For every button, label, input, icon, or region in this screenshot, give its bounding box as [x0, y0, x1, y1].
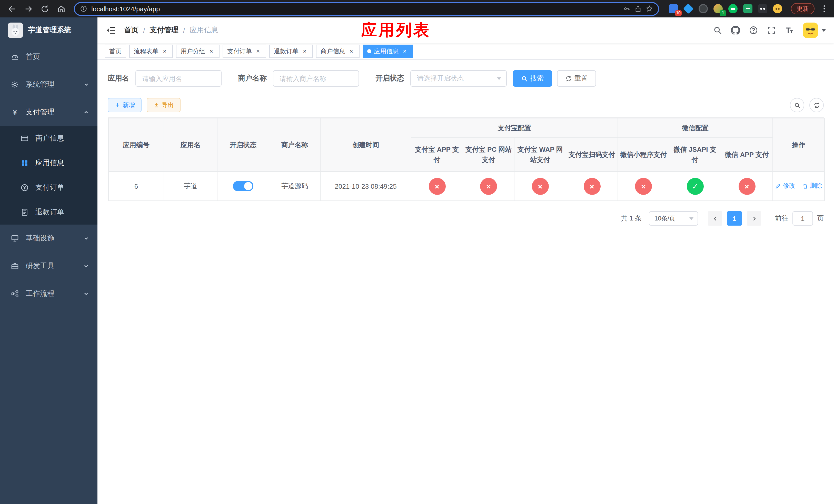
- pagination-total: 共 1 条: [621, 214, 642, 223]
- gear-icon: [10, 80, 20, 89]
- order-icon: [20, 183, 29, 192]
- enabled-toggle[interactable]: [233, 181, 254, 191]
- app-logo-row[interactable]: 芋道管理系统: [0, 18, 97, 43]
- browser-back-button[interactable]: [5, 2, 19, 15]
- sidebar-item-label: 工作流程: [26, 289, 54, 298]
- page-annotation: 应用列表: [361, 20, 431, 41]
- sidebar-item-refund-order[interactable]: 退款订单: [0, 200, 97, 225]
- page-size-value: 10条/页: [655, 214, 675, 223]
- github-icon[interactable]: [731, 26, 740, 35]
- tab-close-icon[interactable]: ×: [255, 48, 262, 55]
- config-status-icon: ×: [532, 178, 549, 194]
- tab-close-icon[interactable]: ×: [401, 48, 408, 55]
- sidebar-item-app-info[interactable]: 应用信息: [0, 151, 97, 175]
- page-number-1[interactable]: 1: [727, 211, 742, 226]
- toggle-search-button[interactable]: [790, 98, 804, 112]
- password-key-icon[interactable]: [623, 5, 630, 12]
- sidebar-item-pay-order[interactable]: 支付订单: [0, 175, 97, 200]
- delete-button[interactable]: 删除: [802, 182, 822, 190]
- tab-label: 商户信息: [321, 47, 345, 55]
- extension-icon-3[interactable]: [698, 4, 708, 14]
- header-search-icon[interactable]: [713, 26, 722, 35]
- sidebar-item-label: 商户信息: [36, 134, 64, 143]
- status-label: 开启状态: [375, 74, 404, 83]
- browser-forward-button[interactable]: [22, 2, 35, 15]
- address-bar[interactable]: localhost:1024/pay/app: [74, 2, 659, 16]
- sidebar-item-workflow[interactable]: 工作流程: [0, 280, 97, 307]
- cell-app-id: 6: [109, 171, 164, 201]
- col-header-app-name: 应用名: [164, 118, 217, 171]
- sidebar-item-infrastructure[interactable]: 基础设施: [0, 225, 97, 252]
- app-name-input[interactable]: [135, 70, 222, 87]
- search-icon: [794, 102, 800, 109]
- user-menu[interactable]: [803, 23, 826, 38]
- config-status-icon: ✓: [686, 178, 703, 194]
- breadcrumb-payment[interactable]: 支付管理: [150, 26, 178, 35]
- merchant-name-input[interactable]: [273, 70, 359, 87]
- page-size-select[interactable]: 10条/页: [649, 211, 698, 226]
- tab-user-group[interactable]: 用户分组 ×: [176, 45, 220, 58]
- payment-submenu: 商户信息 应用信息 支付订单: [0, 126, 97, 225]
- sidebar-item-label: 退款订单: [36, 208, 64, 217]
- table-row: 6 芋道 芋道源码 2021-10-23 08:49:25 × × × × ×: [109, 171, 825, 201]
- table-toolbar: 新增 导出: [108, 98, 824, 112]
- goto-page-input[interactable]: [792, 211, 813, 226]
- extension-icon-6[interactable]: [743, 4, 753, 14]
- col-group-wechat: 微信配置: [618, 118, 773, 138]
- search-button-label: 搜索: [530, 74, 544, 83]
- sidebar-item-home[interactable]: 首页: [0, 43, 97, 71]
- col-header-wx-app: 微信 APP 支付: [721, 138, 773, 171]
- browser-reload-button[interactable]: [38, 2, 51, 15]
- tab-process-form[interactable]: 流程表单 ×: [129, 45, 173, 58]
- extension-badge: 1: [720, 10, 726, 16]
- reset-button[interactable]: 重置: [557, 70, 596, 87]
- tab-app-info[interactable]: 应用信息 ×: [363, 45, 413, 58]
- search-button[interactable]: 搜索: [513, 70, 552, 87]
- breadcrumb-home[interactable]: 首页: [124, 26, 138, 35]
- site-info-icon[interactable]: [80, 5, 87, 12]
- sidebar-item-label: 基础设施: [26, 234, 54, 243]
- tab-close-icon[interactable]: ×: [161, 48, 168, 55]
- tab-close-icon[interactable]: ×: [208, 48, 215, 55]
- extension-icon-1[interactable]: 10: [668, 4, 679, 14]
- cell-create-time: 2021-10-23 08:49:25: [320, 171, 411, 201]
- tab-home[interactable]: 首页: [105, 45, 126, 58]
- refresh-table-button[interactable]: [809, 98, 824, 112]
- status-select[interactable]: 请选择开启状态: [410, 70, 507, 87]
- font-size-icon[interactable]: [785, 26, 794, 35]
- export-button[interactable]: 导出: [147, 98, 180, 112]
- tab-close-icon[interactable]: ×: [301, 48, 308, 55]
- tab-close-icon[interactable]: ×: [348, 48, 355, 55]
- extension-icon-7[interactable]: [758, 4, 768, 14]
- tab-pay-order[interactable]: 支付订单 ×: [223, 45, 266, 58]
- bookmark-star-icon[interactable]: [646, 5, 653, 12]
- next-page-button[interactable]: [747, 211, 761, 226]
- edit-button[interactable]: 修改: [775, 182, 795, 190]
- col-header-wx-jsapi: 微信 JSAPI 支付: [669, 138, 721, 171]
- extension-icon-8[interactable]: [772, 4, 783, 14]
- add-button[interactable]: 新增: [108, 98, 141, 112]
- tab-merchant-info[interactable]: 商户信息 ×: [316, 45, 359, 58]
- browser-update-button[interactable]: 更新: [791, 3, 814, 14]
- breadcrumb: 首页 / 支付管理 / 应用信息: [124, 26, 219, 35]
- sidebar-item-merchant-info[interactable]: 商户信息: [0, 126, 97, 151]
- sidebar-item-dev-tools[interactable]: 研发工具: [0, 252, 97, 280]
- config-status-icon: ×: [480, 178, 497, 194]
- prev-page-button[interactable]: [708, 211, 722, 226]
- share-icon[interactable]: [635, 5, 642, 12]
- sidebar-item-payment[interactable]: ¥ 支付管理: [0, 98, 97, 126]
- breadcrumb-separator: /: [183, 26, 185, 35]
- sidebar-item-system[interactable]: 系统管理: [0, 71, 97, 98]
- fullscreen-icon[interactable]: [767, 26, 776, 35]
- col-header-status: 开启状态: [217, 118, 269, 171]
- extension-icon-2[interactable]: [683, 4, 694, 14]
- tab-label: 首页: [109, 47, 122, 55]
- tab-label: 退款订单: [274, 47, 299, 55]
- sidebar-fold-icon[interactable]: [106, 25, 116, 36]
- browser-home-button[interactable]: [54, 2, 68, 15]
- extension-icon-4[interactable]: 1: [713, 4, 723, 14]
- tab-refund-order[interactable]: 退款订单 ×: [269, 45, 313, 58]
- browser-menu-icon[interactable]: [820, 4, 829, 13]
- extension-icon-5[interactable]: [728, 4, 738, 14]
- help-icon[interactable]: [749, 26, 758, 35]
